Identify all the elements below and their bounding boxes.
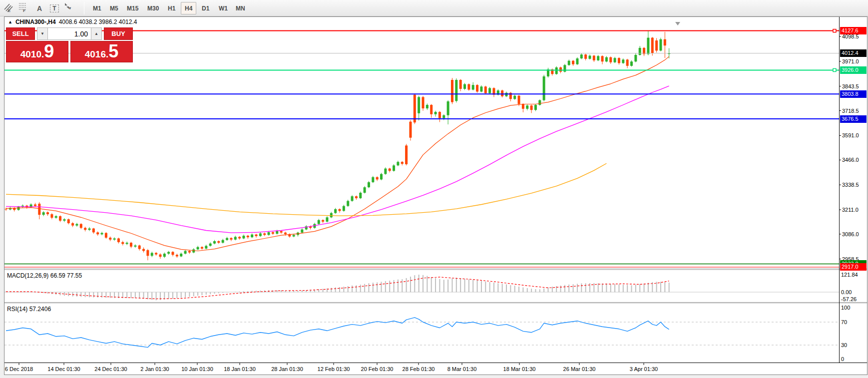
rsi-label: RSI(14) 57.2406 [7,306,51,313]
price-badge-4127.6: 4127.6 [840,27,867,34]
rsi-plot [4,318,839,348]
rsi-value: 57.2406 [29,306,51,313]
macd-axis-121.84: 121.84 [841,272,858,278]
mid-ma-line [6,86,669,233]
one-click-trade-panel: SELL ▼ ▲ BUY 4010.9 4016.5 [6,27,133,62]
time-label: 8 Mar 01:30 [447,366,477,372]
price-badge-3803.8: 3803.8 [840,90,867,98]
sell-button[interactable]: SELL [6,27,35,40]
time-label: 28 Jan 01:30 [271,366,303,372]
macd-name: MACD(12,26,9) [7,272,48,279]
price-badge-4012.4: 4012.4 [840,49,867,57]
time-label: 24 Dec 01:30 [94,366,127,372]
price-badge-3926.0: 3926.0 [840,66,867,74]
rsi-axis-100: 100 [841,305,850,311]
chart-shift-marker-icon [675,22,680,25]
macd-signal-line [6,277,669,299]
time-label: 10 Jan 01:30 [181,366,213,372]
rsi-name: RSI(14) [7,306,27,313]
main-chart-plot [4,29,839,267]
slow-ma-line [6,163,606,216]
ask-big-digit: 5 [108,41,118,61]
buy-button[interactable]: BUY [104,27,133,40]
time-label: 18 Jan 01:30 [224,366,256,372]
price-tick-3338.5: 3338.5 [842,181,859,188]
bid-price-display[interactable]: 4010.9 [6,41,68,62]
time-label: 12 Feb 01:30 [318,366,350,372]
price-tick-3086.0: 3086.0 [842,231,859,238]
time-label: 20 Feb 01:30 [361,366,394,372]
price-tick-3843.5: 3843.5 [842,83,859,90]
bid-big-digit: 9 [44,41,54,61]
time-label: 14 Dec 01:30 [47,366,80,372]
price-tick-3718.5: 3718.5 [842,107,859,114]
ask-price-display[interactable]: 4016.5 [70,41,133,62]
volume-input[interactable] [48,27,91,40]
macd-plot [4,275,839,300]
bid-main-digits: 4010 [20,49,41,60]
time-label: 28 Feb 01:30 [403,366,435,372]
macd-axis-0.00: 0.00 [841,289,852,296]
time-label: 2 Jan 01:30 [140,366,169,372]
rsi-axis-0: 0 [841,356,844,363]
fast-ma-line [6,56,669,251]
price-badge-2917.0: 2917.0 [840,263,867,271]
rsi-axis-30: 30 [841,342,847,349]
time-label: 6 Dec 2018 [5,366,33,372]
ask-main-digits: 4016 [85,49,106,60]
price-tick-3211.0: 3211.0 [842,206,859,213]
time-label: 18 Mar 01:30 [503,366,536,372]
macd-label: MACD(12,26,9) 66.59 77.55 [7,272,82,279]
time-label: 3 Apr 01:30 [630,366,658,372]
price-tick-3591.0: 3591.0 [842,132,859,139]
macd-values: 66.59 77.55 [50,272,82,279]
volume-decrease-button[interactable]: ▼ [37,27,48,40]
time-label: 26 Mar 01:30 [563,366,596,372]
price-tick-3971.0: 3971.0 [842,58,859,65]
macd-axis--57.26: -57.26 [841,296,857,303]
price-tick-3466.0: 3466.0 [842,156,859,163]
price-badge-3676.5: 3676.5 [840,115,867,123]
rsi-axis-70: 70 [841,319,847,326]
volume-increase-button[interactable]: ▲ [91,27,102,40]
